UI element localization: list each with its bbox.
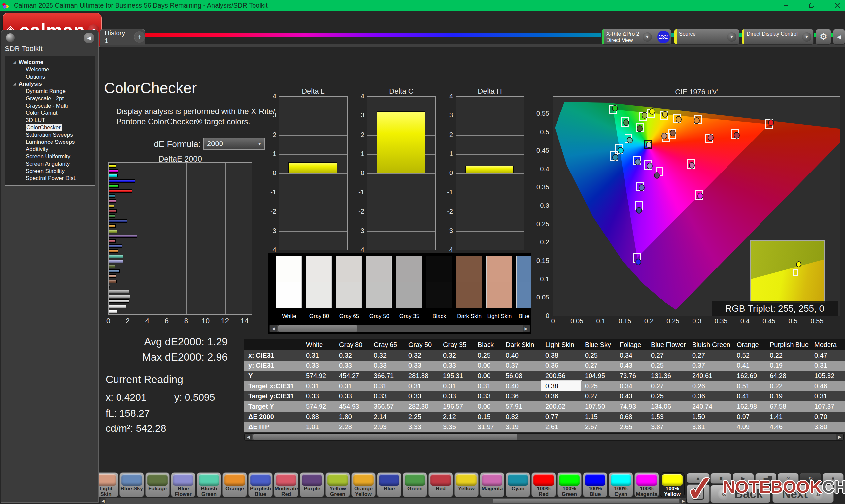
patch-button-blue-flower[interactable]: Blue Flower	[171, 472, 195, 498]
patch-label: 100% Green	[558, 486, 581, 497]
display-control-dropdown[interactable]: Direct Display Control ▼	[742, 29, 814, 44]
sidebar-item-saturation-sweeps[interactable]: Saturation Sweeps	[5, 131, 95, 139]
patch-button-light-skin[interactable]: Light Skin	[99, 472, 118, 498]
chart-title-delta-c: Delta C	[367, 87, 436, 96]
swatch-gray-65: Gray 65	[336, 256, 362, 308]
sidebar-item-welcome[interactable]: ◢Welcome	[5, 59, 95, 66]
patch-button-100-cyan[interactable]: 100% Cyan	[609, 472, 633, 498]
table-scroll-thumb[interactable]	[253, 434, 517, 440]
sidebar-item-grayscale-2pt[interactable]: Grayscale - 2pt	[5, 95, 95, 102]
table-cell: 0.88	[302, 412, 335, 422]
source-dropdown-icon[interactable]: ▼	[727, 32, 736, 41]
sidebar-item-screen-angularity[interactable]: Screen Angularity	[5, 160, 95, 167]
scroll-left-icon[interactable]: ◀	[270, 325, 277, 332]
meter-count-badge[interactable]: 232	[657, 31, 670, 43]
sidebar-item-3d-lut[interactable]: 3D LUT	[5, 117, 95, 124]
sidebar-item-additivity[interactable]: Additivity	[5, 146, 95, 153]
patch-button-100-red[interactable]: 100% Red	[531, 472, 556, 498]
continuous-measure-button[interactable]: ↻	[800, 473, 821, 484]
expand-icon[interactable]: ◢	[13, 82, 16, 86]
max-de2000: Max dE2000: 2.96	[112, 351, 228, 363]
sidebar-item-screen-uniformity[interactable]: Screen Uniformity	[5, 153, 95, 160]
patch-button-bluish-green[interactable]: Bluish Green	[197, 472, 221, 498]
minimize-button[interactable]	[781, 1, 790, 10]
tab-history-1[interactable]: History 1 +	[100, 29, 145, 44]
record-button[interactable]: ●	[823, 473, 844, 484]
loop-button[interactable]: ∞	[778, 473, 799, 484]
patch-button-blue[interactable]: Blue	[377, 472, 401, 498]
display-control-dropdown-icon[interactable]: ▼	[802, 32, 811, 41]
patch-scroll-right-icon[interactable]: ▶	[680, 498, 686, 504]
panel-collapse-button[interactable]: ◀	[833, 29, 845, 44]
patch-color-chip	[122, 474, 142, 486]
swatch-scroll-thumb[interactable]	[278, 325, 357, 332]
patch-label: 100% Blue	[583, 486, 607, 497]
expand-icon[interactable]: ◢	[13, 60, 16, 64]
table-cell: 0.25	[581, 381, 616, 391]
stop-button[interactable]: ■	[710, 473, 732, 484]
patch-button-100-green[interactable]: 100% Green	[557, 472, 582, 498]
patch-button-magenta[interactable]: Magenta	[480, 472, 504, 498]
patch-button-yellow[interactable]: Yellow	[454, 472, 479, 498]
patch-button-foliage[interactable]: Foliage	[145, 472, 170, 498]
table-cell: 196.57	[439, 401, 474, 412]
patch-button-100-blue[interactable]: 100% Blue	[583, 472, 608, 498]
table-scrollbar[interactable]: ◀ ▶	[244, 433, 844, 441]
table-scroll-right-icon[interactable]: ▶	[836, 434, 843, 440]
patch-button-100-yellow[interactable]: 100% Yellow	[660, 472, 685, 498]
play-button[interactable]: ▶	[733, 473, 754, 484]
patch-color-chip	[147, 474, 168, 486]
add-tab-button[interactable]: +	[134, 31, 145, 42]
table-cell: 2.28	[335, 422, 370, 432]
table-cell: 0.00	[474, 361, 502, 371]
restore-button[interactable]	[807, 1, 816, 10]
patch-scroll-thumb[interactable]	[493, 499, 679, 503]
back-button[interactable]: « Back	[710, 485, 770, 503]
meter-dropdown[interactable]: X-Rite i1Pro 2Direct View ▼ 232	[601, 29, 671, 44]
meter-dropdown-icon[interactable]: ▼	[642, 32, 652, 41]
patch-button-cyan[interactable]: Cyan	[506, 472, 530, 498]
histogram-button[interactable]: ▂▅▇	[755, 473, 776, 484]
deltae-bar-gray-80	[109, 305, 126, 308]
patch-color-chip	[199, 474, 219, 486]
patch-label: Magenta	[480, 486, 504, 491]
close-button[interactable]	[833, 1, 842, 10]
sidebar-item-spectral-power-dist-[interactable]: Spectral Power Dist.	[5, 175, 95, 182]
settings-button[interactable]: ⚙	[816, 29, 831, 44]
sidebar-item-dynamic-range[interactable]: Dynamic Range	[5, 88, 95, 95]
patch-button-moderate-red[interactable]: Moderate Red	[274, 472, 298, 498]
patch-button-100-magenta[interactable]: 100% Magenta	[634, 472, 659, 498]
patch-button-purplish-blue[interactable]: Purplish Blue	[248, 472, 272, 498]
stop-measure-button[interactable]: ■	[687, 484, 710, 503]
de-formula-select[interactable]: 2000 ▼	[203, 138, 265, 150]
sidebar-item-colorchecker[interactable]: ColorChecker	[5, 124, 95, 131]
scroll-right-icon[interactable]: ▶	[523, 325, 530, 332]
patch-scroll-left-icon[interactable]: ◀	[100, 498, 106, 504]
sidebar-item-screen-stability[interactable]: Screen Stability	[5, 167, 95, 175]
patch-button-green[interactable]: Green	[403, 472, 427, 498]
patch-button-orange-yellow[interactable]: Orange Yellow	[351, 472, 376, 498]
patch-button-orange[interactable]: Orange	[223, 472, 247, 498]
source-dropdown[interactable]: Source ▼	[674, 29, 739, 44]
sidebar-orb-button[interactable]	[6, 33, 15, 42]
table-cell: 3.80	[810, 422, 845, 432]
patch-button-blue-sky[interactable]: Blue Sky	[120, 472, 144, 498]
sidebar-item-grayscale-multi[interactable]: Grayscale - Multi	[5, 102, 95, 109]
next-button[interactable]: Next »	[772, 485, 834, 503]
patch-button-red[interactable]: Red	[428, 472, 453, 498]
sidebar-item-luminance-sweeps[interactable]: Luminance Sweeps	[5, 139, 95, 146]
sidebar-item-color-gamut[interactable]: Color Gamut	[5, 109, 95, 117]
sidebar-item-analysis[interactable]: ◢Analysis	[5, 80, 95, 88]
sidebar-collapse-button[interactable]: ◀	[84, 33, 94, 43]
sidebar-item-options[interactable]: Options	[5, 73, 95, 80]
sidebar-item-welcome[interactable]: Welcome	[5, 66, 95, 73]
patch-scroll-up-button[interactable]: ▲	[687, 473, 710, 483]
table-scroll-left-icon[interactable]: ◀	[245, 434, 252, 440]
patch-button-purple[interactable]: Purple	[300, 472, 324, 498]
swatch-scrollbar[interactable]: ◀ ▶	[269, 325, 530, 332]
patch-scrollbar[interactable]: ◀ ▶	[100, 498, 687, 504]
deltae-bar-orange-yellow	[109, 224, 116, 228]
measured-point-red	[734, 132, 740, 139]
patch-button-yellow-green[interactable]: Yellow Green	[325, 472, 350, 498]
deltae-chart	[108, 162, 252, 315]
